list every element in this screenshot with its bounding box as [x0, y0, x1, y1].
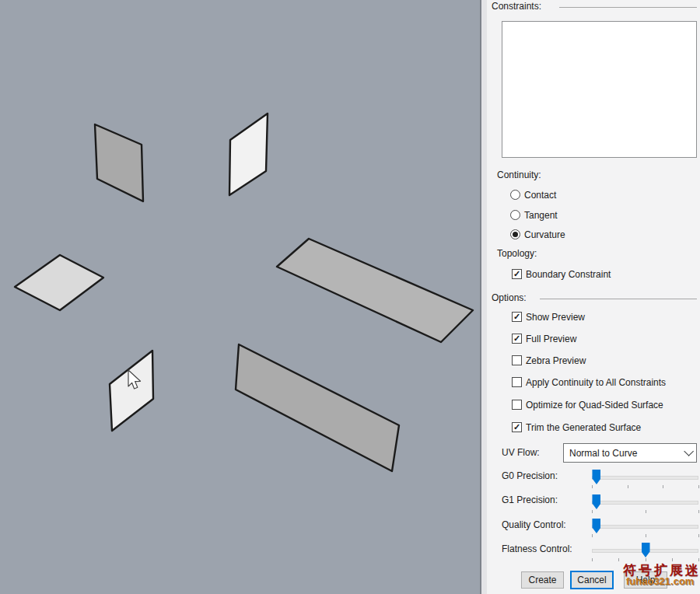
trim-surface-checkbox[interactable]: ✓	[512, 422, 522, 432]
quality-control-label: Quality Control:	[502, 519, 566, 530]
slider-ticks	[592, 558, 698, 562]
slider-track[interactable]	[592, 501, 698, 505]
checkbox-row-full-preview[interactable]: ✓ Full Preview	[512, 333, 576, 344]
create-button[interactable]: Create	[521, 571, 564, 589]
surface-plane-lower-middle[interactable]	[236, 344, 399, 471]
panel-left-strip	[481, 0, 487, 594]
zebra-preview-checkbox[interactable]: ✓	[512, 355, 522, 365]
apply-continuity-checkbox[interactable]: ✓	[512, 377, 522, 387]
3d-viewport[interactable]	[0, 0, 480, 594]
cancel-button[interactable]: Cancel	[570, 571, 614, 589]
g1-precision-label: G1 Precision:	[502, 494, 558, 505]
checkbox-row-boundary-constraint[interactable]: ✓ Boundary Constraint	[512, 268, 611, 280]
curvature-radio-label: Curvature	[524, 229, 565, 240]
surface-plane-middle-right[interactable]	[277, 239, 473, 342]
slider-ticks	[592, 534, 698, 538]
surface-options-panel: Constraints: Continuity: Contact Tangent…	[480, 0, 700, 594]
apply-continuity-label: Apply Continuity to All Constraints	[526, 377, 666, 388]
checkbox-row-zebra-preview[interactable]: ✓ Zebra Preview	[512, 355, 586, 366]
contact-radio[interactable]	[510, 190, 520, 200]
slider-thumb[interactable]	[592, 470, 600, 484]
flatness-control-label: Flatness Control:	[502, 543, 572, 554]
uv-flow-dropdown[interactable]: Normal to Curve	[563, 443, 697, 463]
checkbox-row-optimize-quad[interactable]: ✓ Optimize for Quad-Sided Surface	[512, 399, 663, 411]
g0-precision-slider[interactable]	[592, 470, 698, 488]
check-icon: ✓	[513, 422, 520, 432]
help-button[interactable]: Help	[624, 571, 667, 589]
slider-track[interactable]	[592, 476, 698, 480]
surface-plane-upper-right[interactable]	[229, 114, 268, 195]
slider-thumb[interactable]	[642, 543, 650, 557]
surface-plane-upper-left[interactable]	[95, 124, 143, 201]
options-label: Options:	[492, 292, 527, 303]
trim-surface-label: Trim the Generated Surface	[526, 422, 641, 433]
chevron-down-icon	[684, 446, 694, 456]
checkbox-row-trim-surface[interactable]: ✓ Trim the Generated Surface	[512, 421, 641, 433]
slider-ticks	[592, 510, 698, 514]
tangent-radio[interactable]	[510, 210, 520, 220]
slider-track[interactable]	[592, 525, 698, 529]
curvature-radio[interactable]	[510, 229, 520, 239]
optimize-quad-label: Optimize for Quad-Sided Surface	[526, 400, 663, 411]
uv-flow-value: Normal to Curve	[569, 448, 637, 459]
tangent-radio-label: Tangent	[524, 210, 558, 221]
check-icon: ✓	[513, 312, 520, 321]
g1-precision-slider[interactable]	[592, 494, 698, 513]
constraints-separator	[559, 7, 697, 8]
boundary-constraint-checkbox[interactable]: ✓	[512, 269, 522, 279]
options-separator	[540, 299, 697, 299]
optimize-quad-checkbox[interactable]: ✓	[512, 400, 522, 410]
constraints-label: Constraints:	[492, 1, 541, 12]
slider-ticks	[592, 485, 698, 489]
checkbox-row-show-preview[interactable]: ✓ Show Preview	[512, 311, 585, 323]
flatness-control-slider[interactable]	[592, 543, 698, 561]
constraints-listbox[interactable]	[502, 21, 697, 158]
surface-plane-lower-left[interactable]	[110, 351, 153, 431]
slider-thumb[interactable]	[592, 494, 600, 509]
radio-dot-icon	[513, 232, 518, 237]
quality-control-slider[interactable]	[592, 519, 698, 537]
uv-flow-label: UV Flow:	[502, 447, 540, 458]
check-icon: ✓	[513, 269, 520, 278]
continuity-label: Continuity:	[497, 169, 541, 180]
full-preview-checkbox[interactable]: ✓	[512, 334, 522, 344]
checkbox-row-apply-continuity[interactable]: ✓ Apply Continuity to All Constraints	[512, 376, 666, 388]
check-icon: ✓	[513, 334, 520, 343]
slider-thumb[interactable]	[592, 519, 600, 533]
radio-row-contact[interactable]: Contact	[510, 189, 556, 201]
radio-row-tangent[interactable]: Tangent	[510, 209, 558, 221]
show-preview-label: Show Preview	[526, 312, 585, 323]
boundary-constraint-label: Boundary Constraint	[526, 269, 611, 280]
show-preview-checkbox[interactable]: ✓	[512, 312, 522, 322]
viewport-canvas	[0, 0, 480, 594]
surface-plane-middle-left[interactable]	[15, 255, 103, 310]
radio-row-curvature[interactable]: Curvature	[510, 229, 565, 240]
full-preview-label: Full Preview	[526, 334, 576, 344]
g0-precision-label: G0 Precision:	[502, 470, 558, 481]
topology-label: Topology:	[497, 248, 537, 259]
contact-radio-label: Contact	[524, 190, 556, 201]
zebra-preview-label: Zebra Preview	[526, 355, 586, 366]
